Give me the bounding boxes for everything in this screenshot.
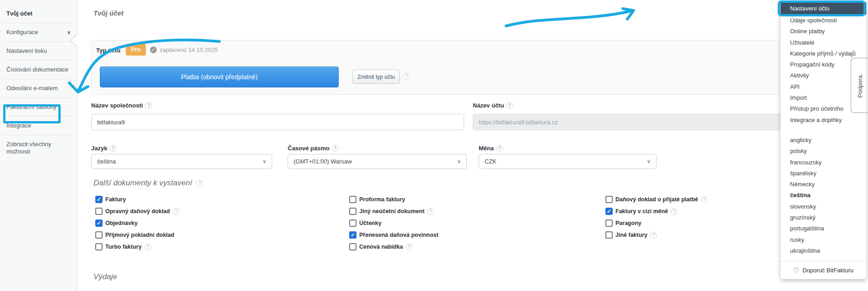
menu-lang-nemecky[interactable]: Německy [780,179,866,190]
pay-button[interactable]: Platba (obnovit předplatné) [100,66,339,87]
sidebar-item-odesilani-emailem[interactable]: Odesílání e-mailem [4,79,73,98]
sidebar-item-zobrazit-vsechny[interactable]: Zobrazit všechny možnosti [4,135,73,161]
checkbox[interactable]: ✓ [605,196,613,203]
help-icon[interactable]: ? [145,244,151,250]
menu-item-online-platby[interactable]: Online platby [780,26,866,37]
checkbox[interactable]: ✓ [95,231,103,239]
menu-lang-portugalstina[interactable]: portugalština [780,223,866,234]
menu-item-udaje-spolecnosti[interactable]: Údaje společnosti [780,15,866,26]
page-title: Tvůj účet [93,9,124,17]
chevron-down-icon: ∨ [457,158,461,164]
language-select[interactable]: čeština ∨ [91,154,272,169]
sidebar-item-tvuj-ucet[interactable]: Tvůj účet [4,5,73,23]
help-icon[interactable]: ? [145,102,152,109]
paid-status-text: zaplaceno 14.10.2025 [160,46,218,53]
checkbox-row-prijmovy-pokladni-doklad[interactable]: ✓ Příjmový pokladní doklad [95,231,174,239]
menu-lang-ukrajinstina[interactable]: ukrajinština [780,245,866,256]
menu-lang-spanelsky[interactable]: španělsky [780,168,866,179]
company-name-input[interactable] [91,114,464,130]
help-icon[interactable]: ? [332,145,339,152]
sidebar-item-cislovani-dokumentace[interactable]: Číslování dokumentace [4,61,73,79]
help-icon[interactable]: ? [701,196,708,203]
account-name-label: Název účtu ? [473,102,513,109]
plan-badge: Pro [126,44,146,56]
support-tab-label: Podpora. [856,73,863,97]
checkbox[interactable]: ✓ [349,243,356,250]
language-label: Jazyk ? [91,145,116,152]
language-select-value: čeština [97,158,116,165]
settings-dropdown-menu: Nastavení účtu Údaje společnosti Online … [780,0,866,279]
menu-lang-rusky[interactable]: rusky [780,235,866,245]
checkbox[interactable]: ✓ [95,208,103,215]
check-icon: ✓ [607,209,611,214]
check-icon: ✓ [97,197,101,202]
check-circle-icon: ✓ [150,46,157,53]
sidebar-item-nastaveni-tisku[interactable]: Nastavení tisku [4,42,73,61]
paid-status: ✓ zaplaceno 14.10.2025 [150,46,218,53]
screen: Tvůj účet Konfigurace ∨ Nastavení tisku … [0,0,868,291]
menu-item-integrace-a-doplnky[interactable]: Integrace a doplňky [780,115,866,126]
checkbox[interactable]: ✓ [95,196,103,203]
checkbox-row-objednavky[interactable]: ✓ Objednávky [95,219,138,227]
change-account-type-button[interactable]: Změnit typ účtu [352,70,400,84]
sidebar-item-label: Nastavení tisku [6,47,47,55]
checkbox[interactable]: ✓ [605,208,613,215]
currency-select[interactable]: CZK ∨ [479,154,656,169]
check-icon: ✓ [351,232,355,238]
menu-lang-cestina[interactable]: čeština [780,190,866,201]
help-icon[interactable]: ? [196,180,203,187]
help-icon[interactable]: ? [650,232,657,239]
menu-lang-slovensky[interactable]: slovensky [780,201,866,212]
check-icon: ✓ [97,220,101,226]
sidebar-item-konfigurace[interactable]: Konfigurace ∨ [4,23,73,42]
recommend-label: Doporuč BitFakturu [802,267,853,274]
help-icon[interactable]: ? [403,73,410,80]
menu-lang-francouzsky[interactable]: francouzsky [780,157,866,168]
checkbox-row-faktury-v-cizi-mene[interactable]: ✓ Faktury v cizí měně ? [605,207,677,215]
sidebar-item-label: Číslování dokumentace [6,66,68,73]
checkbox[interactable]: ✓ [349,196,356,203]
checkbox-row-prenesena-danova-povinnost[interactable]: ✓ Přenesená daňová povinnost [349,231,439,239]
checkbox-row-opravny-danovy-doklad[interactable]: ✓ Opravný daňový doklad ? [95,207,180,215]
menu-lang-gruzinsky[interactable]: gruzínský [780,212,866,223]
chevron-down-icon: ∨ [263,158,266,164]
checkbox[interactable]: ✓ [605,231,613,239]
help-icon[interactable]: ? [506,102,513,109]
checkbox[interactable]: ✓ [95,243,103,250]
help-icon[interactable]: ? [173,208,180,215]
menu-lang-anglicky[interactable]: anglicky [780,135,866,146]
sidebar-item-label: Tvůj účet [6,10,32,17]
timezone-select[interactable]: (GMT+01:00) Warsaw ∨ [288,154,467,169]
checkbox[interactable]: ✓ [349,220,356,227]
checkbox-row-jine-faktury[interactable]: ✓ Jiné faktury ? [605,231,657,239]
checkbox-row-turbo-faktury[interactable]: ✓ Turbo faktury ? [95,243,151,251]
checkbox-row-cenova-nabidka[interactable]: ✓ Cenová nabídka ? [349,243,413,251]
menu-footer-recommend[interactable]: ♡ Doporuč BitFakturu [780,261,866,279]
sidebar-item-label: Zobrazit všechny možnosti [6,141,71,155]
checkbox-row-faktury[interactable]: ✓ Faktury [95,195,126,204]
checkbox[interactable]: ✓ [95,220,103,227]
checkbox[interactable]: ✓ [349,208,356,215]
sidebar-item-label: Konfigurace [6,29,38,36]
checkbox[interactable]: ✓ [605,220,613,227]
sidebar-notch [71,34,78,47]
checkbox-row-jiny-neucetni-dokument[interactable]: ✓ Jiný neúčetní dokument ? [349,207,434,215]
help-icon[interactable]: ? [427,208,434,215]
help-icon[interactable]: ? [109,145,116,152]
checkbox-row-paragony[interactable]: ✓ Paragony [605,219,641,227]
support-tab[interactable]: Podpora. [851,58,868,113]
help-icon[interactable]: ? [671,208,677,215]
heart-icon: ♡ [793,267,799,274]
annotation-box-sidebar [3,104,61,123]
annotation-box-menu [778,0,866,16]
checkbox-row-uctenky[interactable]: ✓ Účtenky [349,219,382,227]
help-icon[interactable]: ? [496,145,503,152]
help-icon[interactable]: ? [406,244,413,250]
menu-item-uzivatele[interactable]: Uživatelé [780,37,866,48]
checkbox-row-proforma-faktury[interactable]: ✓ Proforma faktury [349,195,405,204]
timezone-select-value: (GMT+01:00) Warsaw [294,158,352,165]
checkbox-row-danovy-doklad-o-prijate-platbe[interactable]: ✓ Daňový doklad o přijaté platbě ? [605,195,708,204]
currency-select-value: CZK [485,158,496,165]
menu-lang-polsky[interactable]: polsky [780,146,866,157]
checkbox[interactable]: ✓ [349,231,356,239]
